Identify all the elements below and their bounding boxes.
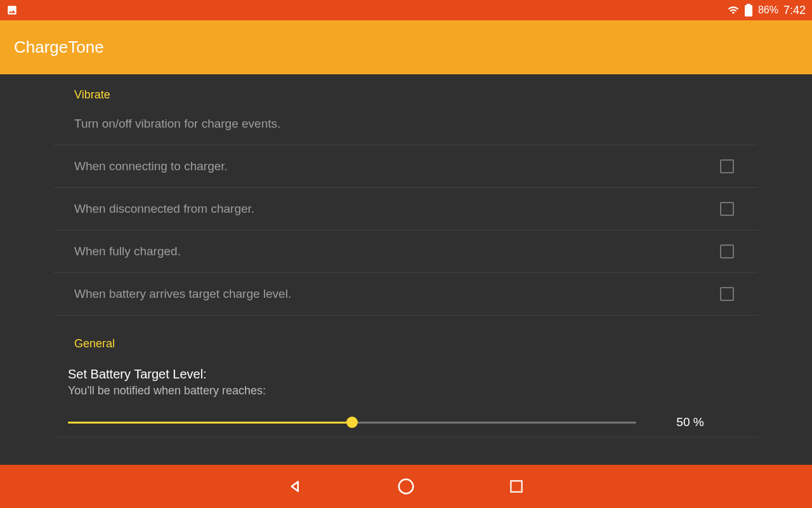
battery-icon [743,4,754,16]
target-desc: You'll be notified when battery reaches: [54,384,758,415]
slider-value: 50 % [636,415,744,429]
recents-button[interactable] [506,476,527,497]
section-title-vibrate: Vibrate [54,74,758,105]
app-title: ChargeTone [14,37,104,57]
section-title-general: General [54,316,758,354]
home-button[interactable] [395,476,417,497]
svg-point-0 [399,479,414,494]
wifi-icon [728,4,739,16]
target-title: Set Battery Target Level: [54,367,758,384]
status-bar: 86% 7:42 [0,0,812,20]
settings-content: Vibrate Turn on/off vibration for charge… [0,74,812,465]
setting-full[interactable]: When fully charged. [54,231,758,273]
checkbox-full[interactable] [720,244,734,258]
setting-connecting[interactable]: When connecting to charger. [54,145,758,188]
checkbox-target[interactable] [720,287,734,301]
setting-disconnected[interactable]: When disconnected from charger. [54,188,758,231]
setting-label: When fully charged. [74,244,181,258]
setting-target[interactable]: When battery arrives target charge level… [54,273,758,316]
battery-percent: 86% [758,4,778,16]
slider-fill [68,422,352,424]
checkbox-disconnected[interactable] [720,202,734,216]
image-icon [6,4,18,16]
slider-thumb[interactable] [346,417,358,428]
setting-label: When connecting to charger. [74,159,228,173]
setting-label: When battery arrives target charge level… [74,287,291,301]
setting-label: When disconnected from charger. [74,202,254,216]
svg-rect-1 [511,481,521,491]
section-desc-vibrate: Turn on/off vibration for charge events. [54,105,758,145]
back-button[interactable] [285,476,306,497]
target-slider[interactable] [68,416,636,429]
status-time: 7:42 [783,4,806,17]
nav-bar [0,465,812,508]
app-bar: ChargeTone [0,20,812,74]
target-section: Set Battery Target Level: You'll be noti… [54,354,758,438]
checkbox-connecting[interactable] [720,159,734,173]
